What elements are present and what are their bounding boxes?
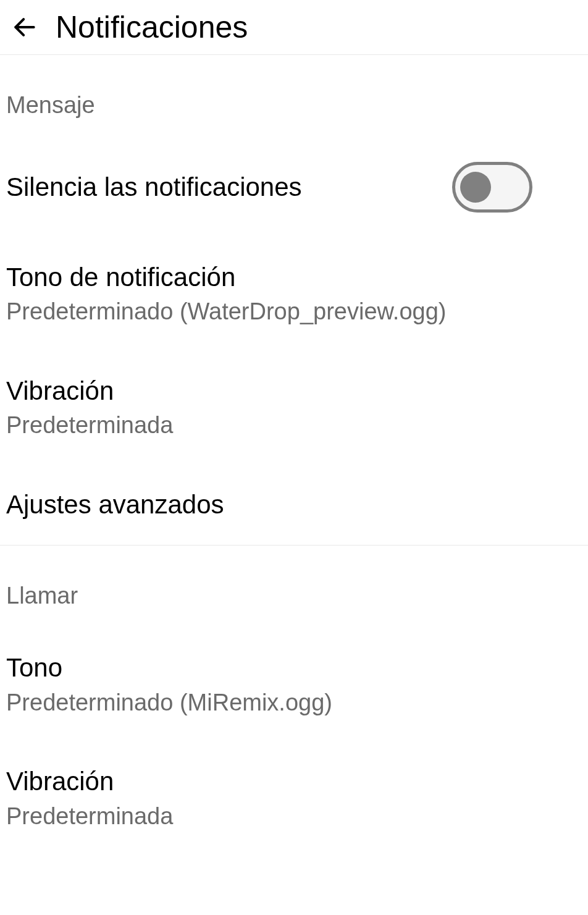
silence-toggle[interactable] (452, 162, 532, 213)
section-header-call: Llamar (0, 546, 588, 628)
setting-title: Vibración (6, 376, 173, 407)
setting-title: Silencia las notificaciones (6, 172, 302, 203)
page-title: Notificaciones (56, 9, 248, 45)
setting-advanced[interactable]: Ajustes avanzados (0, 465, 588, 545)
setting-message-vibration[interactable]: Vibración Predeterminada (0, 351, 588, 465)
setting-subtitle: Predeterminado (MiRemix.ogg) (6, 689, 332, 717)
back-icon[interactable] (6, 9, 43, 46)
setting-call-vibration[interactable]: Vibración Predeterminada (0, 741, 588, 855)
header: Notificaciones (0, 0, 588, 55)
setting-call-tone[interactable]: Tono Predeterminado (MiRemix.ogg) (0, 628, 588, 741)
setting-title: Ajustes avanzados (6, 489, 224, 520)
toggle-knob (460, 172, 491, 203)
setting-subtitle: Predeterminada (6, 411, 173, 440)
setting-subtitle: Predeterminado (WaterDrop_preview.ogg) (6, 298, 446, 326)
setting-silence-notifications[interactable]: Silencia las notificaciones (0, 137, 588, 237)
setting-notification-tone[interactable]: Tono de notificación Predeterminado (Wat… (0, 237, 588, 351)
setting-title: Vibración (6, 766, 173, 797)
setting-title: Tono (6, 652, 332, 683)
setting-subtitle: Predeterminada (6, 803, 173, 831)
setting-title: Tono de notificación (6, 262, 446, 293)
section-header-message: Mensaje (0, 55, 588, 137)
